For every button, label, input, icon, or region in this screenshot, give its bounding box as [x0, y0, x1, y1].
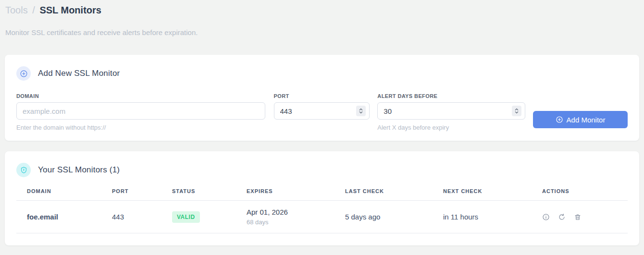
expires-date: Apr 01, 2026 [247, 208, 334, 216]
info-button[interactable] [542, 213, 550, 221]
header-status: STATUS [161, 188, 236, 201]
status-badge: VALID [172, 211, 200, 223]
header-next-check: NEXT CHECK [433, 188, 532, 201]
alert-days-stepper[interactable] [512, 106, 521, 116]
table-header-row: DOMAIN PORT STATUS EXPIRES LAST CHECK NE… [16, 188, 628, 201]
page-subtitle: Monitor SSL certificates and receive ale… [5, 28, 638, 36]
breadcrumb-tools[interactable]: Tools [5, 5, 28, 15]
monitors-card: Your SSL Monitors (1) DOMAIN PORT STATUS… [5, 151, 639, 245]
page-title: SSL Monitors [39, 5, 101, 15]
cell-expires: Apr 01, 2026 68 days [236, 201, 334, 233]
monitors-title: Your SSL Monitors (1) [38, 165, 120, 175]
header-port: PORT [101, 188, 161, 201]
page-header: Tools / SSL Monitors Monitor SSL certifi… [0, 0, 644, 36]
cell-last-check: 5 days ago [334, 201, 433, 233]
domain-label: DOMAIN [16, 93, 265, 99]
delete-button[interactable] [574, 213, 582, 221]
shield-icon [16, 163, 31, 177]
alert-days-label: ALERT DAYS BEFORE [377, 93, 525, 99]
info-icon [542, 213, 550, 221]
header-last-check: LAST CHECK [334, 188, 433, 201]
alert-days-input[interactable] [377, 102, 525, 120]
cell-port: 443 [101, 201, 161, 233]
refresh-icon [558, 213, 566, 221]
chevron-up-down-icon [359, 108, 363, 114]
add-monitor-button[interactable]: Add Monitor [533, 111, 628, 128]
header-domain: DOMAIN [16, 188, 101, 201]
expires-days-left: 68 days [247, 219, 334, 226]
cell-next-check: in 11 hours [433, 201, 532, 233]
domain-helper: Enter the domain without https:// [16, 124, 265, 131]
cell-status: VALID [161, 201, 236, 233]
port-label: PORT [274, 93, 370, 99]
refresh-button[interactable] [558, 213, 566, 221]
breadcrumb: Tools / SSL Monitors [5, 4, 638, 16]
add-monitor-form: DOMAIN Enter the domain without https://… [16, 93, 628, 131]
add-monitor-title: Add New SSL Monitor [38, 69, 120, 78]
alert-days-helper: Alert X days before expiry [377, 124, 525, 131]
header-actions: ACTIONS [532, 188, 628, 201]
monitors-table: DOMAIN PORT STATUS EXPIRES LAST CHECK NE… [16, 188, 628, 233]
chevron-up-down-icon [514, 108, 519, 114]
add-monitor-card: Add New SSL Monitor DOMAIN Enter the dom… [5, 55, 639, 141]
cell-domain: foe.email [16, 201, 101, 233]
breadcrumb-separator: / [32, 5, 35, 15]
add-monitor-button-label: Add Monitor [567, 116, 606, 124]
table-row: foe.email 443 VALID Apr 01, 2026 68 days… [16, 201, 628, 233]
trash-icon [574, 213, 582, 221]
plus-circle-icon [556, 116, 563, 123]
header-expires: EXPIRES [236, 188, 334, 201]
port-stepper[interactable] [356, 106, 366, 116]
plus-circle-icon [16, 66, 31, 81]
cell-actions [532, 201, 628, 233]
port-input[interactable] [274, 102, 370, 120]
domain-input[interactable] [16, 102, 265, 120]
